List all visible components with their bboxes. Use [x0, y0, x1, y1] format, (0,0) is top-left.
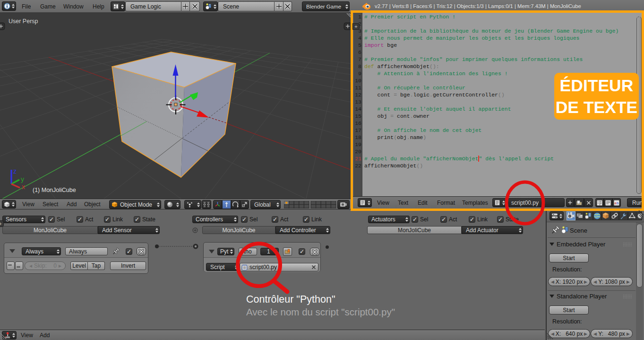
svg-text:x: x: [22, 183, 25, 191]
svg-text:z: z: [13, 167, 17, 175]
svg-text:User Persp: User Persp: [9, 18, 38, 25]
svg-text:(1) MonJoliCube: (1) MonJoliCube: [33, 187, 76, 193]
svg-text:b: b: [617, 201, 618, 205]
svg-text:y: y: [21, 175, 24, 183]
